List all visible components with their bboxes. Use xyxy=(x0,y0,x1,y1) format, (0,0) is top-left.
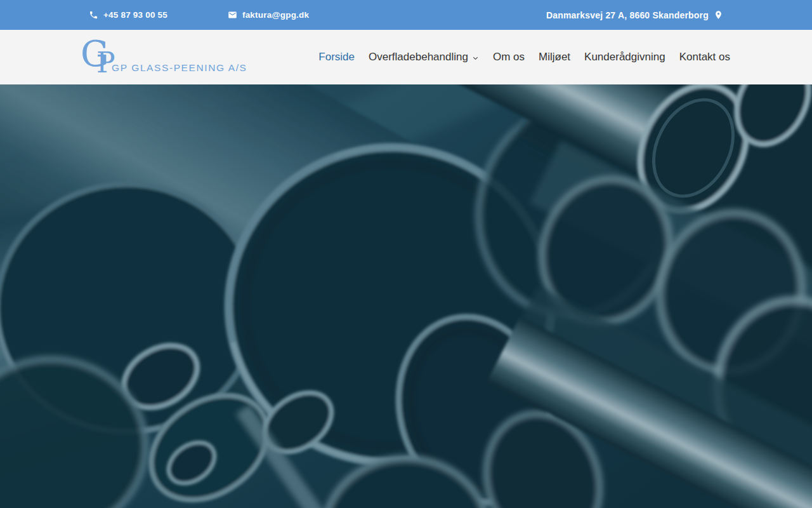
email-address: faktura@gpg.dk xyxy=(242,10,309,20)
phone-number: +45 87 93 00 55 xyxy=(103,10,167,20)
hero-section xyxy=(0,84,812,508)
phone-icon xyxy=(89,10,98,20)
logo-wordmark: GP GLASS-PEENING A/S xyxy=(112,62,247,74)
header-inner: G P GP GLASS-PEENING A/S Forside Overfla… xyxy=(82,39,730,76)
nav-item-label: Overfladebehandling xyxy=(369,51,468,64)
nav-item-forside[interactable]: Forside xyxy=(318,51,355,64)
topbar-inner: +45 87 93 00 55 faktura@gpg.dk Danmarksv… xyxy=(89,10,723,20)
nav-item-om-os[interactable]: Om os xyxy=(493,51,525,64)
site-header: G P GP GLASS-PEENING A/S Forside Overfla… xyxy=(0,30,812,84)
nav-item-overfladebehandling[interactable]: Overfladebehandling xyxy=(369,51,479,64)
phone-link[interactable]: +45 87 93 00 55 xyxy=(89,10,167,20)
hero-overlay xyxy=(0,84,812,508)
address-text: Danmarksvej 27 A, 8660 Skanderborg xyxy=(546,10,709,20)
topbar-contact-group: +45 87 93 00 55 faktura@gpg.dk xyxy=(89,10,309,20)
envelope-icon xyxy=(228,10,237,20)
nav-item-kunderaadgivning[interactable]: Kunderådgivning xyxy=(584,51,665,64)
nav-item-kontakt-os[interactable]: Kontakt os xyxy=(679,51,730,64)
hero-image xyxy=(0,84,812,508)
map-pin-icon xyxy=(714,10,723,20)
email-link[interactable]: faktura@gpg.dk xyxy=(228,10,309,20)
logo[interactable]: G P GP GLASS-PEENING A/S xyxy=(82,39,247,76)
main-nav: Forside Overfladebehandling Om os Miljøe… xyxy=(318,51,730,64)
chevron-down-icon xyxy=(472,55,479,62)
address: Danmarksvej 27 A, 8660 Skanderborg xyxy=(546,10,723,20)
topbar: +45 87 93 00 55 faktura@gpg.dk Danmarksv… xyxy=(0,0,812,30)
nav-item-miljoet[interactable]: Miljøet xyxy=(539,51,570,64)
